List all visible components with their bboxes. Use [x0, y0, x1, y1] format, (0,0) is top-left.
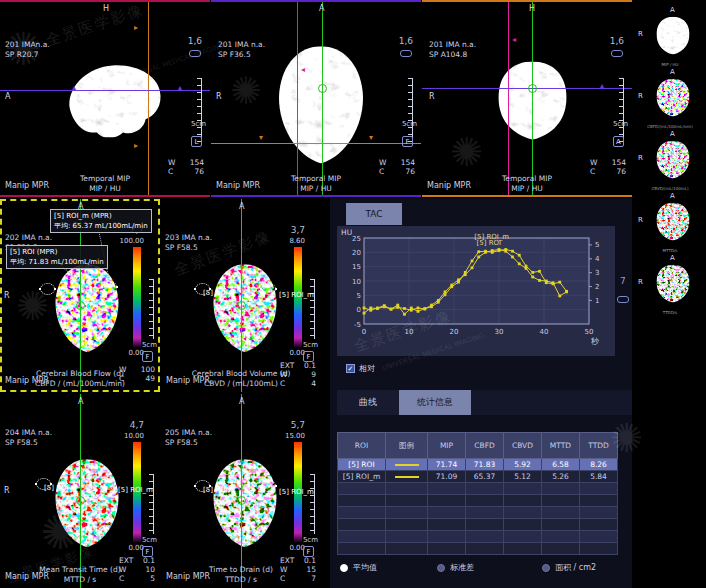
thumb-brain-cbvd — [648, 138, 698, 182]
table-row[interactable]: [5] ROI_m71.0965.375.125.265.84 — [338, 471, 618, 483]
checkbox-check-icon: ✓ — [346, 364, 355, 373]
table-header[interactable]: TTDD — [580, 433, 618, 459]
orientation-side-label: R — [216, 92, 222, 101]
w-label: W — [590, 158, 597, 167]
radio-stddev[interactable]: 标准差 — [437, 562, 474, 573]
series-label: 204 IMA n.a. — [5, 428, 52, 438]
table-header[interactable]: CBVD — [504, 433, 542, 459]
x-axis-tick: 0 — [362, 328, 366, 336]
table-header[interactable]: CBFD — [466, 433, 504, 459]
y2-axis-tick: 4 — [595, 255, 600, 263]
crosshair-target-icon[interactable] — [318, 84, 327, 93]
x-axis-tick: 30 — [495, 328, 504, 336]
view-caption: Temporal MIP MIP / HU — [0, 174, 210, 194]
crosshair-vline[interactable] — [297, 0, 298, 197]
roi-tooltip: [5] ROI_m (MPR) 平均: 65.37 mL/100mL/min — [50, 209, 152, 233]
perfusion-map-cbv — [189, 261, 301, 357]
table-cell — [428, 483, 466, 495]
table-cell — [580, 507, 618, 519]
viewport-ttd-map[interactable]: A 205 IMA n.a. SP F58.5 5,7 15.00 0.00 5… — [161, 394, 321, 588]
table-header[interactable]: ROI — [338, 433, 386, 459]
table-header[interactable]: 图例 — [386, 433, 428, 459]
viewport-sagittal-mip[interactable]: ▸ ▸ ▴ ▴ H A 201 IMAn.a. SP R20.7 1,6 5cm… — [0, 0, 210, 197]
thumbnail-mttd[interactable]: A R MTTD/s — [634, 192, 706, 252]
crosshair-vline[interactable] — [508, 0, 509, 197]
thumbnail-mip[interactable]: A R MIP / HU — [634, 6, 706, 66]
x-axis-tick: 50 — [585, 328, 594, 336]
tab-curve[interactable]: 曲线 — [337, 390, 399, 415]
orientation-top-label: A — [670, 254, 675, 262]
crosshair-vline[interactable] — [148, 0, 149, 197]
crosshair-target-icon[interactable] — [237, 301, 246, 310]
crosshair-vline[interactable] — [532, 0, 533, 197]
table-row[interactable] — [338, 507, 618, 519]
viewport-cbf-map[interactable]: A R 202 IMA n.a. SP F58.5 2,7 100.00 0.0… — [0, 199, 160, 392]
data-point — [491, 249, 494, 252]
roi-circle-left[interactable] — [40, 283, 55, 295]
radio-area[interactable]: 面积 / cm2 — [542, 562, 596, 573]
crosshair-vline[interactable] — [241, 394, 242, 588]
table-cell — [580, 495, 618, 507]
table-cell — [386, 507, 428, 519]
table-cell: [5] ROI — [338, 459, 386, 471]
crosshair-target-icon[interactable] — [237, 496, 246, 505]
roi-circle-right[interactable] — [261, 480, 276, 492]
roi-label-left: [5] ROI — [203, 486, 228, 494]
view-caption: Temporal MIP MIP / HU — [211, 174, 421, 194]
series-annotation-label: [5] ROI — [477, 239, 502, 247]
crosshair-hline[interactable] — [211, 143, 421, 144]
series-annotation: 201 IMA n.a. SP A104.8 — [429, 40, 476, 60]
thumbnail-cbfd[interactable]: A R CBFD/(mL/100mL/min) — [634, 68, 706, 128]
y-axis-tick: -5 — [354, 321, 361, 329]
tab-statistics[interactable]: 统计信息 — [399, 390, 471, 415]
thumbnail-caption: MIP / HU — [634, 62, 706, 67]
cd-badge-icon — [400, 50, 412, 57]
crosshair-target-icon[interactable] — [76, 496, 85, 505]
data-point — [369, 309, 372, 312]
relative-checkbox[interactable]: ✓ 相对 — [346, 363, 375, 374]
table-row[interactable] — [338, 483, 618, 495]
thumbnail-ttdd[interactable]: A R TTDD/s — [634, 254, 706, 314]
radio-dot-icon — [542, 564, 550, 572]
viewport-coronal-mip[interactable]: ◂ ▴ H R 201 IMA n.a. SP A104.8 1,6 5cm A… — [422, 0, 632, 197]
tac-chart-panel[interactable]: -505101520250102030405012345HU秒[5] ROI_m… — [337, 226, 615, 356]
viewport-axial-mip[interactable]: ▾ ▾ ◂ A R 201 IMA n.a. SP F36.5 1,6 5cm … — [211, 0, 421, 197]
table-cell — [338, 495, 386, 507]
table-header[interactable]: MIP — [428, 433, 466, 459]
roi-circle-right[interactable] — [100, 478, 115, 490]
roi-circle-right[interactable] — [261, 283, 276, 295]
crosshair-arrow-icon: ▴ — [600, 82, 604, 90]
orientation-top-label: A — [670, 6, 675, 14]
table-row[interactable]: [5] ROI71.7471.835.926.588.26 — [338, 459, 618, 471]
thumbnail-cbvd[interactable]: A R CBVD/(mL/100mL) — [634, 130, 706, 190]
image-number: 1,6 — [188, 36, 202, 46]
tab-tac[interactable]: TAC — [346, 203, 402, 225]
table-cell — [580, 543, 618, 555]
table-header[interactable]: MTTD — [542, 433, 580, 459]
table-row[interactable] — [338, 543, 618, 555]
thumb-brain-mip — [648, 14, 698, 58]
orientation-side-label: R — [638, 154, 643, 162]
table-row[interactable] — [338, 531, 618, 543]
roi-circle-right[interactable] — [102, 281, 117, 293]
table-cell — [428, 507, 466, 519]
table-row[interactable] — [338, 495, 618, 507]
crosshair-target-icon[interactable] — [528, 84, 537, 93]
table-cell — [542, 507, 580, 519]
cd-badge-icon — [611, 50, 623, 57]
crosshair-vline[interactable] — [241, 199, 242, 392]
radio-dot-icon — [437, 564, 445, 572]
series-label: 205 IMA n.a. — [165, 428, 212, 438]
crosshair-vline[interactable] — [322, 0, 323, 197]
viewport-cbv-map[interactable]: A 203 IMA n.a. SP F58.5 3,7 8.60 0.00 5c… — [161, 199, 321, 392]
table-row[interactable] — [338, 519, 618, 531]
orientation-top-label: A — [239, 397, 244, 406]
data-point — [477, 256, 480, 259]
crosshair-vline[interactable] — [80, 394, 81, 588]
caption-line1: Cerebral Blood Flow (d) — [0, 369, 160, 379]
caption-line2: CBFD / (mL/100mL/min) — [0, 379, 160, 389]
crosshair-arrow-icon: ▾ — [259, 134, 263, 142]
crosshair-target-icon[interactable] — [76, 301, 85, 310]
viewport-mtt-map[interactable]: A R 204 IMA n.a. SP F58.5 4,7 10.00 0.00… — [0, 394, 160, 588]
radio-mean[interactable]: 平均值 — [340, 562, 377, 573]
